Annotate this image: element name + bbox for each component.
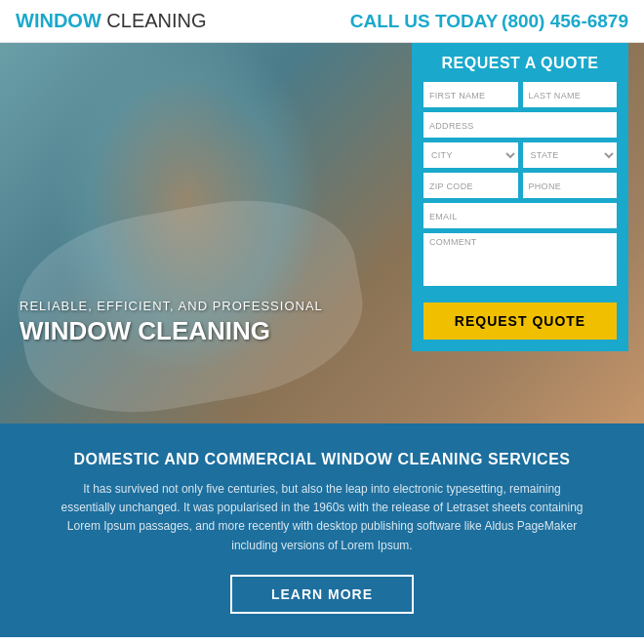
first-name-input[interactable] xyxy=(423,82,518,107)
city-select[interactable]: CITY xyxy=(423,142,518,168)
state-select[interactable]: STATE xyxy=(523,142,618,168)
bottom-section: DOMESTIC AND COMMERCIAL WINDOW CLEANING … xyxy=(0,423,644,637)
submit-button[interactable]: REQUEST QUOTE xyxy=(423,302,617,340)
quote-form-panel: REQUEST A QUOTE CITY STATE REQUEST Q xyxy=(412,43,628,351)
logo: WINDOW CLEANING xyxy=(16,10,207,32)
hero-text-block: RELIABLE, EFFICIENT, AND PROFESSIONAL WI… xyxy=(20,299,323,345)
hero-tagline: RELIABLE, EFFICIENT, AND PROFESSIONAL xyxy=(20,299,323,313)
logo-cleaning: CLEANING xyxy=(106,10,206,31)
hero-heading: WINDOW CLEANING xyxy=(20,317,323,345)
phone-input[interactable] xyxy=(523,173,618,198)
page-header: WINDOW CLEANING CALL US TODAY (800) 456-… xyxy=(0,0,644,43)
bottom-body: It has survived not only five centuries,… xyxy=(59,480,585,555)
address-row xyxy=(423,112,617,138)
last-name-input[interactable] xyxy=(523,82,618,107)
address-input[interactable] xyxy=(423,112,617,138)
email-row xyxy=(423,203,617,228)
call-label: CALL US TODAY xyxy=(350,11,499,31)
quote-form-title: REQUEST A QUOTE xyxy=(423,55,617,72)
hero-section: RELIABLE, EFFICIENT, AND PROFESSIONAL WI… xyxy=(0,43,644,423)
learn-more-button[interactable]: LEARN MORE xyxy=(230,575,414,614)
phone-number: (800) 456-6879 xyxy=(502,11,628,31)
comment-textarea[interactable] xyxy=(423,233,617,286)
city-state-row: CITY STATE xyxy=(423,142,617,168)
bottom-title: DOMESTIC AND COMMERCIAL WINDOW CLEANING … xyxy=(59,451,585,468)
phone-display: CALL US TODAY (800) 456-6879 xyxy=(350,11,628,32)
logo-word: WINDOW xyxy=(16,10,106,31)
zip-input[interactable] xyxy=(423,173,518,198)
zip-phone-row xyxy=(423,173,617,198)
name-row xyxy=(423,82,617,107)
comment-row xyxy=(423,233,617,290)
email-input[interactable] xyxy=(423,203,617,228)
